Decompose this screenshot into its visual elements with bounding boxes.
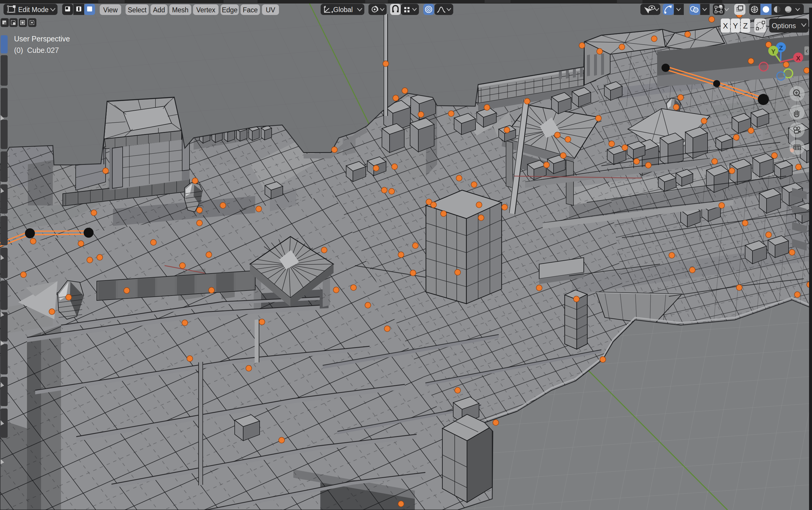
svg-text:View: View bbox=[103, 6, 118, 14]
svg-text:UV: UV bbox=[266, 6, 276, 14]
svg-text:Select: Select bbox=[128, 6, 147, 14]
svg-text:X: X bbox=[723, 22, 728, 30]
svg-text:Face: Face bbox=[242, 6, 258, 14]
svg-text:Add: Add bbox=[153, 6, 165, 14]
svg-text:Edge: Edge bbox=[222, 6, 238, 14]
svg-text:Z: Z bbox=[779, 44, 783, 52]
svg-text:Options: Options bbox=[772, 22, 796, 30]
svg-text:Y: Y bbox=[733, 22, 738, 30]
svg-text:Z: Z bbox=[743, 22, 748, 30]
svg-text:Global: Global bbox=[333, 6, 353, 13]
svg-text:Y: Y bbox=[771, 48, 776, 55]
svg-text:‹: ‹ bbox=[806, 47, 808, 55]
svg-text:Vertex: Vertex bbox=[196, 6, 215, 14]
svg-text:Edit Mode: Edit Mode bbox=[18, 6, 49, 13]
svg-text:(0) Cube.027: (0) Cube.027 bbox=[14, 46, 59, 54]
svg-text:Mesh: Mesh bbox=[172, 6, 188, 14]
svg-text:X: X bbox=[796, 55, 801, 62]
svg-text:User Perspective: User Perspective bbox=[14, 35, 70, 43]
